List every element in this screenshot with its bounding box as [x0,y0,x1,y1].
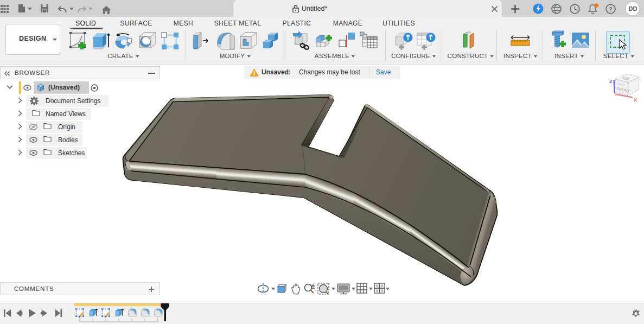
svg-text:DD: DD [629,5,637,12]
svg-text:Z: Z [609,79,613,84]
svg-text:X: X [634,97,637,103]
svg-text:?: ? [609,6,613,12]
